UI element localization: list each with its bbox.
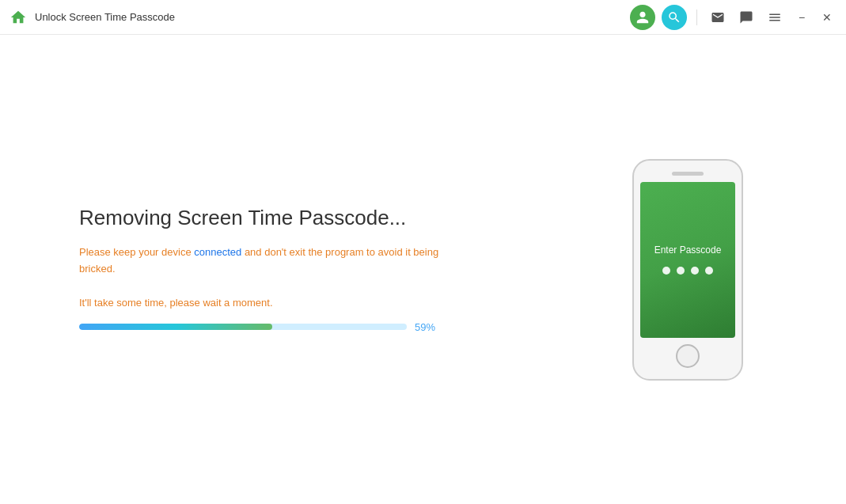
title-bar-right: − ✕ <box>630 5 837 30</box>
phone-illustration: Enter Passcode <box>593 159 783 381</box>
progress-container: 59% <box>79 321 443 333</box>
minimize-button[interactable]: − <box>792 8 811 27</box>
warning-connected: connected <box>194 246 241 258</box>
title-bar-left: Unlock Screen Time Passcode <box>9 9 630 26</box>
mail-icon[interactable] <box>707 6 729 28</box>
home-icon[interactable] <box>9 9 27 26</box>
warning-text: Please keep your device connected and do… <box>79 244 443 278</box>
dot-1 <box>662 267 670 275</box>
close-button[interactable]: ✕ <box>818 8 837 27</box>
phone-speaker <box>672 172 704 176</box>
progress-bar-fill <box>79 324 272 330</box>
menu-icon[interactable] <box>764 6 786 28</box>
title-bar: Unlock Screen Time Passcode <box>0 0 846 35</box>
search-tool-icon[interactable] <box>662 5 687 30</box>
app-title: Unlock Screen Time Passcode <box>35 11 175 23</box>
passcode-dots <box>662 267 713 275</box>
main-heading: Removing Screen Time Passcode... <box>79 206 593 230</box>
dot-3 <box>691 267 699 275</box>
phone-home-button <box>676 344 700 368</box>
main-content: Removing Screen Time Passcode... Please … <box>0 35 846 504</box>
divider <box>696 9 697 25</box>
wait-text: It'll take some time, please wait a mome… <box>79 297 593 309</box>
phone-screen: Enter Passcode <box>640 182 735 338</box>
user-avatar-icon[interactable] <box>630 5 655 30</box>
left-section: Removing Screen Time Passcode... Please … <box>79 206 593 333</box>
passcode-label: Enter Passcode <box>654 244 722 256</box>
dot-2 <box>677 267 685 275</box>
dot-4 <box>705 267 713 275</box>
phone-frame: Enter Passcode <box>632 159 743 381</box>
warning-text-part1: Please keep your device <box>79 246 194 258</box>
progress-bar-wrap <box>79 324 407 330</box>
chat-icon[interactable] <box>735 6 757 28</box>
progress-label: 59% <box>415 321 443 333</box>
